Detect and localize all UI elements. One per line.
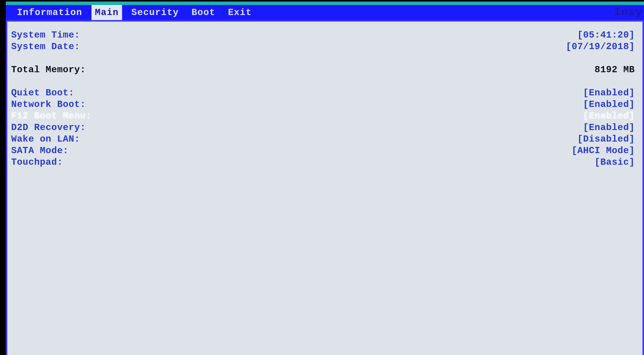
tab-information[interactable]: Information xyxy=(14,5,86,20)
total-memory-value: 8192 MB xyxy=(594,64,635,76)
touchpad-value[interactable]: [Basic] xyxy=(594,156,635,168)
f12-boot-menu-label: F12 Boot Menu: xyxy=(11,110,92,122)
d2d-recovery-value[interactable]: [Enabled] xyxy=(583,122,635,133)
spacer xyxy=(11,52,635,64)
row-total-memory: Total Memory: 8192 MB xyxy=(11,64,635,76)
wake-on-lan-value[interactable]: [Disabled] xyxy=(577,133,635,145)
tab-exit[interactable]: Exit xyxy=(224,5,255,20)
row-d2d-recovery[interactable]: D2D Recovery: [Enabled] xyxy=(11,122,635,133)
system-date-value[interactable]: [07/19/2018] xyxy=(566,41,635,52)
tab-bar: Information Main Security Boot Exit xyxy=(6,5,644,20)
row-touchpad[interactable]: Touchpad: [Basic] xyxy=(11,156,635,168)
row-wake-on-lan[interactable]: Wake on LAN: [Disabled] xyxy=(11,133,635,145)
row-system-date[interactable]: System Date: [07/19/2018] xyxy=(11,41,635,52)
top-divider xyxy=(6,2,644,5)
wake-on-lan-label: Wake on LAN: xyxy=(11,133,80,145)
row-quiet-boot[interactable]: Quiet Boot: [Enabled] xyxy=(11,87,635,98)
system-time-value[interactable]: [05:41:20] xyxy=(577,29,635,41)
quiet-boot-label: Quiet Boot: xyxy=(11,87,74,98)
sata-mode-label: SATA Mode: xyxy=(11,145,68,156)
bios-screen: Insy Information Main Security Boot Exit… xyxy=(6,2,644,355)
main-panel: System Time: [05:41:20] System Date: [07… xyxy=(6,20,644,355)
sata-mode-value[interactable]: [AHCI Mode] xyxy=(572,145,635,156)
f12-boot-menu-value[interactable]: [Enabled] xyxy=(583,110,635,122)
row-system-time[interactable]: System Time: [05:41:20] xyxy=(11,29,635,41)
system-time-label: System Time: xyxy=(11,29,80,41)
network-boot-value[interactable]: [Enabled] xyxy=(583,98,635,110)
row-network-boot[interactable]: Network Boot: [Enabled] xyxy=(11,98,635,110)
network-boot-label: Network Boot: xyxy=(11,98,86,110)
quiet-boot-value[interactable]: [Enabled] xyxy=(583,87,635,98)
tab-security[interactable]: Security xyxy=(128,5,182,20)
row-f12-boot-menu[interactable]: F12 Boot Menu: [Enabled] xyxy=(11,110,635,122)
spacer xyxy=(11,76,635,87)
total-memory-label: Total Memory: xyxy=(11,64,86,76)
vendor-label: Insy xyxy=(614,6,642,18)
d2d-recovery-label: D2D Recovery: xyxy=(11,122,86,133)
system-date-label: System Date: xyxy=(11,41,80,52)
tab-boot[interactable]: Boot xyxy=(188,5,219,20)
tab-main[interactable]: Main xyxy=(92,5,122,20)
touchpad-label: Touchpad: xyxy=(11,156,63,168)
row-sata-mode[interactable]: SATA Mode: [AHCI Mode] xyxy=(11,145,635,156)
